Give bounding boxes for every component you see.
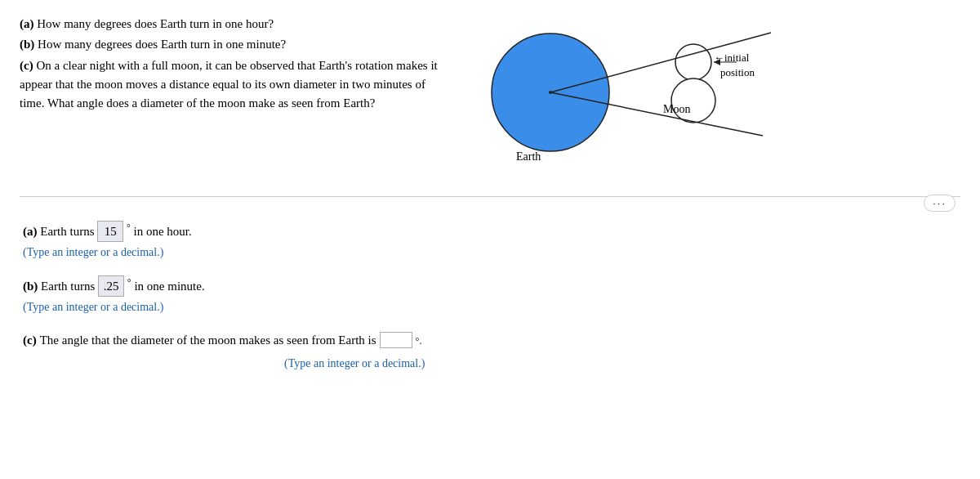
answers-section: (a) Earth turns 15 ° in one hour. (Type … <box>0 205 980 394</box>
initial-position-label: ←initial position <box>714 51 755 80</box>
q-a-text: How many degrees does Earth turn in one … <box>37 17 274 30</box>
moon-label: Moon <box>663 103 690 116</box>
answer-b-row: (b) Earth turns .25 ° in one minute. (Ty… <box>23 275 957 316</box>
diagram-svg: Earth Moon ←initial position <box>461 15 804 178</box>
q-a-label: (a) <box>20 17 34 30</box>
answer-a-degree: ° <box>127 222 131 233</box>
answer-c-degree: °. <box>416 334 422 349</box>
q-b-label: (b) <box>20 38 34 51</box>
answer-a-hint: (Type an integer or a decimal.) <box>23 244 957 262</box>
earth-label: Earth <box>516 150 541 163</box>
answer-a-prefix: (a) <box>23 225 38 238</box>
answer-c-input[interactable] <box>380 332 412 348</box>
answer-c-prefix: (c) <box>23 330 37 350</box>
diagram-area: Earth Moon ←initial position <box>461 15 960 178</box>
q-c-text: On a clear night with a full moon, it ca… <box>20 59 438 110</box>
q-c-label: (c) <box>20 59 33 72</box>
answer-b-hint: (Type an integer or a decimal.) <box>23 298 957 316</box>
answer-a-value: 15 <box>97 221 123 242</box>
answer-a-suffix: in one hour. <box>134 225 192 238</box>
answer-b-suffix: in one minute. <box>134 280 204 293</box>
answer-a-mid: Earth turns <box>40 225 94 238</box>
answer-a-row: (a) Earth turns 15 ° in one hour. (Type … <box>23 220 957 262</box>
answer-c-row: (c) The angle that the diameter of the m… <box>23 330 957 373</box>
question-text: (a) How many degrees does Earth turn in … <box>20 15 444 114</box>
section-divider <box>20 196 960 197</box>
answer-c-hint: (Type an integer or a decimal.) <box>23 355 957 373</box>
ellipsis-button[interactable]: ··· <box>924 195 956 212</box>
answer-b-value: .25 <box>98 275 124 297</box>
answer-c-text: The angle that the diameter of the moon … <box>40 330 376 350</box>
answer-b-prefix: (b) <box>23 280 38 293</box>
answer-b-degree: ° <box>127 276 131 288</box>
q-b-text: How many degrees does Earth turn in one … <box>38 38 286 51</box>
svg-point-2 <box>675 44 711 80</box>
answer-b-mid: Earth turns <box>41 280 95 293</box>
